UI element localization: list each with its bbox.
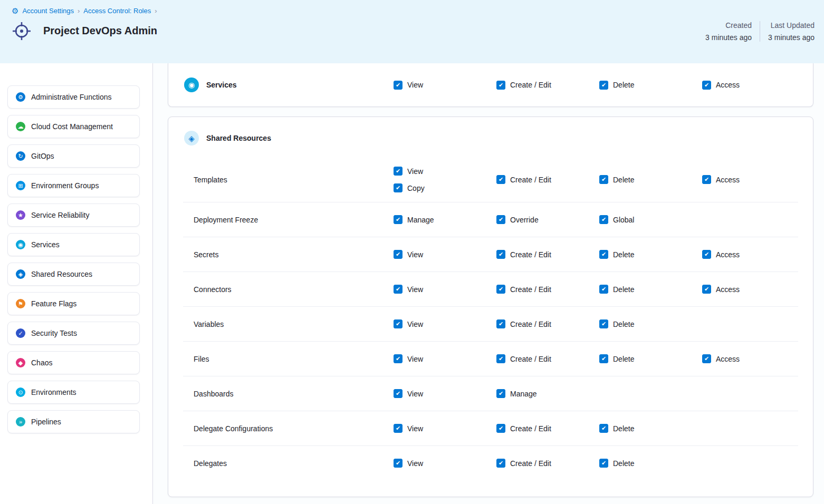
permission-delete: ✔Delete	[599, 459, 634, 468]
access-checkbox[interactable]: ✔	[702, 175, 711, 184]
override-checkbox[interactable]: ✔	[496, 215, 505, 224]
permission-row-delegates: Delegates✔View✔Create / Edit✔Delete	[183, 446, 798, 480]
create-edit-checkbox[interactable]: ✔	[496, 319, 505, 328]
permission-manage: ✔Manage	[496, 389, 537, 398]
shared-resources-header: ◈ Shared Resources	[168, 117, 813, 157]
checkbox-label: Create / Edit	[510, 81, 551, 89]
manage-checkbox[interactable]: ✔	[394, 215, 403, 224]
sidebar-item-label: Services	[31, 240, 60, 249]
create-edit-checkbox[interactable]: ✔	[496, 424, 505, 433]
permission-cell: ✔Delete	[599, 272, 702, 306]
checkbox-label: Delete	[613, 176, 634, 184]
permission-delete: ✔Delete	[599, 424, 634, 433]
permission-cell: ✔View	[394, 68, 496, 102]
sidebar-item-shared-resources[interactable]: ◈Shared Resources	[7, 263, 140, 286]
permission-access: ✔Access	[702, 175, 740, 184]
sidebar-item-environments[interactable]: ⊙Environments	[7, 381, 140, 404]
view-checkbox[interactable]: ✔	[394, 167, 403, 176]
breadcrumb-link-account-settings[interactable]: Account Settings	[22, 7, 74, 15]
delete-checkbox[interactable]: ✔	[599, 250, 608, 259]
permission-cell	[702, 411, 798, 445]
access-checkbox[interactable]: ✔	[702, 285, 711, 294]
permission-access: ✔Access	[702, 250, 740, 259]
created-meta: Created 3 minutes ago	[705, 21, 752, 42]
delete-checkbox[interactable]: ✔	[599, 424, 608, 433]
create-edit-checkbox[interactable]: ✔	[496, 354, 505, 363]
checkbox-label: Delete	[613, 424, 634, 433]
sidebar: ⚙Administrative Functions☁Cloud Cost Man…	[0, 63, 153, 504]
sidebar-item-service-reliability[interactable]: ★Service Reliability	[7, 203, 140, 227]
permission-row-delegate-configurations: Delegate Configurations✔View✔Create / Ed…	[183, 411, 798, 446]
sidebar-item-pipelines[interactable]: »Pipelines	[7, 410, 140, 433]
permission-view: ✔View	[394, 354, 423, 363]
breadcrumb-separator: ›	[78, 7, 80, 15]
sidebar-item-cloud-cost-management[interactable]: ☁Cloud Cost Management	[7, 115, 140, 138]
permission-view: ✔View	[394, 459, 423, 468]
create-edit-checkbox[interactable]: ✔	[496, 459, 505, 468]
permission-cell: ✔Create / Edit	[496, 307, 599, 341]
permission-cell	[599, 376, 702, 411]
sidebar-item-feature-flags[interactable]: ⚑Feature Flags	[7, 292, 140, 315]
permission-access: ✔Access	[702, 354, 740, 363]
permission-access: ✔Access	[702, 81, 740, 90]
pipelines-icon: »	[16, 417, 25, 427]
sidebar-item-administrative-functions[interactable]: ⚙Administrative Functions	[7, 85, 140, 109]
sidebar-item-label: Shared Resources	[31, 270, 92, 278]
sidebar-item-services[interactable]: ◉Services	[7, 233, 140, 256]
permission-cell: ✔Create / Edit	[496, 272, 599, 306]
sidebar-item-label: Chaos	[31, 358, 52, 367]
permission-cell	[702, 307, 798, 341]
permission-view: ✔View	[394, 319, 423, 328]
role-crosshair-icon	[12, 21, 32, 41]
resource-name: Deployment Freeze	[183, 216, 394, 224]
permission-cell: ✔View	[394, 446, 496, 480]
delete-checkbox[interactable]: ✔	[599, 285, 608, 294]
delete-checkbox[interactable]: ✔	[599, 319, 608, 328]
delete-checkbox[interactable]: ✔	[599, 175, 608, 184]
create-edit-checkbox[interactable]: ✔	[496, 285, 505, 294]
delete-checkbox[interactable]: ✔	[599, 81, 608, 90]
services-icon: ◉	[16, 240, 25, 249]
access-checkbox[interactable]: ✔	[702, 354, 711, 363]
access-checkbox[interactable]: ✔	[702, 250, 711, 259]
resource-name: Delegates	[183, 459, 394, 468]
manage-checkbox[interactable]: ✔	[496, 389, 505, 398]
delete-checkbox[interactable]: ✔	[599, 354, 608, 363]
view-checkbox[interactable]: ✔	[394, 285, 403, 294]
delete-checkbox[interactable]: ✔	[599, 459, 608, 468]
create-edit-checkbox[interactable]: ✔	[496, 175, 505, 184]
copy-checkbox[interactable]: ✔	[394, 183, 403, 192]
checkbox-label: Manage	[407, 216, 434, 224]
sidebar-item-security-tests[interactable]: ✓Security Tests	[7, 322, 140, 345]
permission-cell: ✔Delete	[599, 237, 702, 272]
resource-name: Connectors	[183, 285, 394, 294]
permission-delete: ✔Delete	[599, 354, 634, 363]
meta-divider	[760, 21, 760, 42]
permission-delete: ✔Delete	[599, 175, 634, 184]
sidebar-item-environment-groups[interactable]: ⊞Environment Groups	[7, 174, 140, 197]
permission-cell: ✔Create / Edit	[496, 68, 599, 102]
view-checkbox[interactable]: ✔	[394, 424, 403, 433]
view-checkbox[interactable]: ✔	[394, 250, 403, 259]
breadcrumb-link-access-control-roles[interactable]: Access Control: Roles	[83, 7, 151, 15]
view-checkbox[interactable]: ✔	[394, 81, 403, 90]
checkbox-label: Access	[716, 81, 740, 89]
view-checkbox[interactable]: ✔	[394, 389, 403, 398]
create-edit-checkbox[interactable]: ✔	[496, 250, 505, 259]
permission-cell: ✔View	[394, 237, 496, 272]
access-checkbox[interactable]: ✔	[702, 81, 711, 90]
sidebar-item-label: Environments	[31, 388, 76, 396]
sidebar-item-chaos[interactable]: ◆Chaos	[7, 351, 140, 374]
view-checkbox[interactable]: ✔	[394, 459, 403, 468]
sidebar-item-gitops[interactable]: ↻GitOps	[7, 144, 140, 168]
create-edit-checkbox[interactable]: ✔	[496, 81, 505, 90]
checkbox-label: Create / Edit	[510, 176, 551, 184]
permission-cell: ✔Delete	[599, 68, 702, 102]
checkbox-label: Access	[716, 176, 740, 184]
view-checkbox[interactable]: ✔	[394, 319, 403, 328]
shared-resources-icon: ◈	[16, 269, 25, 279]
global-checkbox[interactable]: ✔	[599, 215, 608, 224]
sidebar-item-label: Security Tests	[31, 329, 77, 337]
view-checkbox[interactable]: ✔	[394, 354, 403, 363]
shared-resources-rows: Templates✔View✔Copy✔Create / Edit✔Delete…	[183, 157, 798, 480]
